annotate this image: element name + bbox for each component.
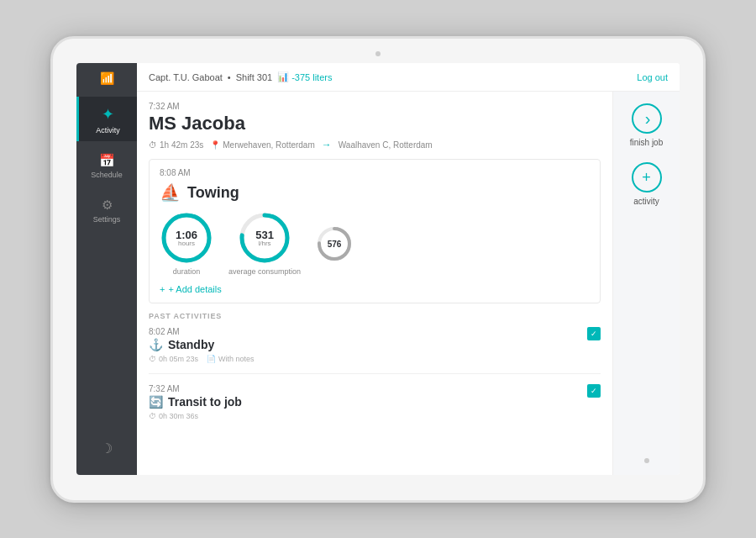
sidebar-item-schedule-label: Schedule [91,171,123,179]
sidebar-item-activity[interactable]: ✦ Activity [76,97,137,141]
add-activity-circle: + [632,162,662,193]
topbar-separator: • [228,72,231,82]
consumption-gauge: 531 l/hrs average consumption [228,211,301,276]
transit-duration-value: 0h 30m 36s [159,412,198,420]
towing-icon: ⛵ [160,182,181,203]
content-area: 7:32 AM MS Jacoba ⏱ 1h 42m 23s 📍 Merweha… [137,92,680,475]
duration-circle: 1:06 hours [160,211,213,265]
past-activities-label: PAST ACTIVITIES [149,312,601,320]
right-panel: › finish job + activity [612,92,680,475]
screen: 📶 ✦ Activity 📅 Schedule ⚙ Settings ☽ [76,63,680,475]
vessel-to: Waalhaven C, Rotterdam [339,140,433,150]
transit-time: 7:32 AM [149,384,601,393]
anchor-icon: ⚓ [149,338,163,351]
sidebar-item-activity-label: Activity [96,126,120,134]
past-activity-transit: ✓ 7:32 AM 🔄 Transit to job ⏱ 0h 30m 36s [149,384,601,430]
check-badge-standby: ✓ [587,327,601,340]
transit-icon: 🔄 [149,395,163,409]
clock-icon: ⏱ [149,140,157,150]
tablet-shell: 📶 ✦ Activity 📅 Schedule ⚙ Settings ☽ [50,36,706,503]
add-activity-label: activity [633,197,659,206]
finish-job-circle: › [632,103,662,134]
small-gauge-value: 576 [328,239,342,248]
check-badge-transit: ✓ [587,384,601,398]
finish-job-button[interactable]: › finish job [630,103,663,147]
vessel-name: MS Jacoba [149,113,601,134]
current-activity-card: 8:08 AM ⛵ Towing [149,159,601,303]
plus-icon: + [160,284,165,294]
sidebar-bottom: ☽ [101,440,113,467]
finish-job-label: finish job [630,138,663,147]
activity-time: 8:08 AM [160,168,590,177]
gauges-row: 1:06 hours duration [160,211,590,276]
sidebar-item-settings-label: Settings [93,215,121,224]
past-activity-standby: ✓ 8:02 AM ⚓ Standby ⏱ 0h 05m 23s [149,327,601,374]
pin-icon: 📍 [210,140,220,150]
consumption-circle: 531 l/hrs [238,211,291,265]
duration-value: 1h 42m 23s [160,140,203,150]
schedule-icon: 📅 [99,153,115,168]
standby-notes: 📄 With notes [207,355,255,363]
clock-icon-transit: ⏱ [149,412,156,420]
standby-duration-value: 0h 05m 23s [159,355,198,363]
consumption-label: average consumption [228,267,301,276]
standby-title-row: ⚓ Standby [149,338,601,351]
notes-icon: 📄 [207,355,216,363]
shift-label: Shift 301 [236,72,272,82]
consumption-unit: l/hrs [255,240,274,247]
vessel-time: 7:32 AM [149,102,601,111]
topbar: Capt. T.U. Gaboat • Shift 301 📊 -375 lit… [137,63,680,92]
chart-icon: 📊 [277,71,289,82]
small-gauge-inner: 576 [328,239,342,248]
transit-meta: ⏱ 0h 30m 36s [149,412,601,420]
sidebar-item-settings[interactable]: ⚙ Settings [76,189,137,230]
duration-inner: 1:06 hours [176,229,197,247]
duration-gauge: 1:06 hours duration [160,211,213,276]
wifi-icon: 📶 [100,71,114,85]
transit-duration: ⏱ 0h 30m 36s [149,412,198,420]
activity-icon: ✦ [102,105,114,124]
clock-icon-standby: ⏱ [149,355,156,363]
duration-unit: hours [176,240,197,247]
sidebar: 📶 ✦ Activity 📅 Schedule ⚙ Settings ☽ [76,63,137,475]
activity-title-row: ⛵ Towing [160,182,590,203]
nav-dot [644,458,649,463]
standby-title: Standby [168,338,214,351]
main-content: Capt. T.U. Gaboat • Shift 301 📊 -375 lit… [137,63,680,475]
sidebar-nav: ✦ Activity 📅 Schedule ⚙ Settings [76,97,137,440]
vessel-from: 📍 Merwehaven, Rotterdam [210,140,315,150]
small-gauge-container: 576 [316,225,353,262]
chevron-right-icon: › [645,109,651,129]
fuel-indicator: 📊 -375 liters [277,71,332,82]
transit-title-row: 🔄 Transit to job [149,395,601,409]
captain-name: Capt. T.U. Gaboat [149,72,223,82]
settings-icon: ⚙ [102,198,113,213]
small-gauge: 576 [316,225,353,262]
transit-title: Transit to job [168,395,242,409]
activity-title: Towing [187,184,239,202]
moon-icon[interactable]: ☽ [101,441,113,456]
plus-activity-icon: + [642,169,651,187]
add-activity-button[interactable]: + activity [632,162,662,206]
standby-time: 8:02 AM [149,327,601,336]
center-panel: 7:32 AM MS Jacoba ⏱ 1h 42m 23s 📍 Merweha… [137,92,612,475]
fuel-value: -375 liters [291,72,332,82]
from-location: Merwehaven, Rotterdam [223,140,315,150]
vessel-duration: ⏱ 1h 42m 23s [149,140,203,150]
duration-label: duration [173,267,201,276]
to-location: Waalhaven C, Rotterdam [339,140,433,150]
standby-notes-value: With notes [218,355,255,363]
sidebar-item-schedule[interactable]: 📅 Schedule [76,145,137,186]
vessel-meta: ⏱ 1h 42m 23s 📍 Merwehaven, Rotterdam → W… [149,139,601,150]
route-arrow: → [322,139,332,150]
add-details-button[interactable]: + + Add details [160,284,590,294]
add-details-label: + Add details [168,284,221,294]
standby-duration: ⏱ 0h 05m 23s [149,355,198,363]
consumption-inner: 531 l/hrs [255,229,274,247]
standby-meta: ⏱ 0h 05m 23s 📄 With notes [149,355,601,363]
topbar-left: Capt. T.U. Gaboat • Shift 301 📊 -375 lit… [149,71,332,82]
logout-button[interactable]: Log out [637,72,668,82]
